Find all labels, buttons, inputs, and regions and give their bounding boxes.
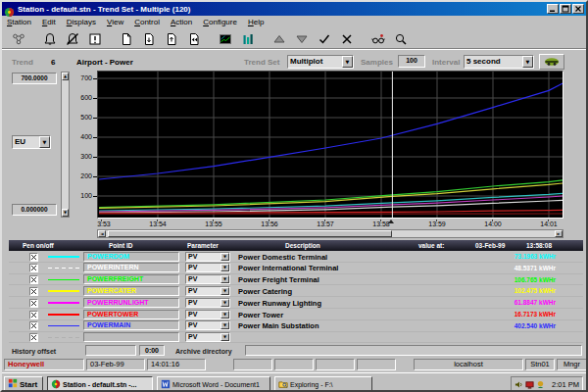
parameter-select[interactable]: PV▼ bbox=[185, 263, 230, 272]
point-id-field[interactable]: POWERDOM bbox=[83, 252, 179, 262]
chart-horizontal-scrollbar[interactable]: ◄ ► bbox=[97, 229, 564, 238]
menu-displays[interactable]: Displays bbox=[67, 18, 96, 28]
parameter-select[interactable]: PV▼ bbox=[185, 274, 230, 284]
header-value-time: 13:58:08 bbox=[526, 242, 552, 249]
bar-chart-button[interactable] bbox=[237, 30, 258, 48]
parameter-select[interactable]: PV▼ bbox=[185, 298, 230, 308]
page-up-button[interactable] bbox=[161, 30, 181, 48]
menu-control[interactable]: Control bbox=[134, 18, 160, 28]
point-id-field[interactable]: POWERRUNLIGHT bbox=[83, 298, 179, 308]
parameter-select[interactable]: PV▼ bbox=[185, 310, 230, 319]
message-button[interactable] bbox=[84, 30, 105, 48]
chevron-down-icon[interactable]: ▼ bbox=[220, 321, 229, 329]
task-button-2[interactable]: Microsoft Word - Document1 bbox=[157, 376, 270, 392]
chevron-down-icon[interactable]: ▼ bbox=[220, 287, 229, 295]
trend-type-button[interactable] bbox=[539, 54, 564, 70]
taskbar: Start Station - default.stn -...Microsof… bbox=[2, 372, 586, 392]
pen-checkbox[interactable] bbox=[29, 264, 38, 272]
page-back-button[interactable] bbox=[183, 30, 204, 48]
page-up-icon bbox=[162, 32, 180, 46]
task-button-3[interactable]: Exploring - F:\ bbox=[274, 376, 372, 392]
interval-label: Interval bbox=[432, 58, 460, 67]
raise-button[interactable] bbox=[269, 30, 289, 48]
x-tick-label: 13:59 bbox=[422, 220, 452, 227]
menu-edit[interactable]: Edit bbox=[42, 18, 56, 28]
scale-max-field[interactable]: 700.0000 bbox=[12, 73, 57, 84]
x-tick-mark bbox=[101, 220, 102, 221]
samples-field[interactable]: 100 bbox=[398, 55, 425, 68]
cursor-marker-icon[interactable] bbox=[388, 220, 394, 223]
chevron-down-icon[interactable]: ▼ bbox=[522, 56, 533, 68]
point-id-field[interactable]: POWERINTERN bbox=[83, 263, 179, 272]
unit-select[interactable]: EU ▼ bbox=[12, 135, 51, 149]
chevron-down-icon[interactable]: ▼ bbox=[220, 311, 229, 318]
close-button[interactable] bbox=[572, 4, 584, 14]
tray-status-icon[interactable] bbox=[525, 375, 534, 392]
archive-directory-field[interactable] bbox=[245, 345, 582, 356]
scroll-down-icon[interactable]: ▼ bbox=[62, 209, 69, 217]
point-id-field[interactable] bbox=[83, 332, 179, 342]
status-access-level: Mngr bbox=[557, 359, 587, 370]
pen-checkbox[interactable] bbox=[29, 287, 38, 296]
pen-checkbox[interactable] bbox=[29, 299, 38, 308]
parameter-select[interactable]: PV▼ bbox=[185, 320, 230, 330]
operator-view-button[interactable] bbox=[368, 30, 388, 48]
cancel-button[interactable] bbox=[336, 30, 357, 48]
point-id-field[interactable]: POWERMAIN bbox=[83, 320, 179, 330]
point-description: Power Domestic Terminal bbox=[238, 253, 327, 262]
chevron-down-icon[interactable]: ▼ bbox=[220, 264, 229, 271]
chevron-down-icon[interactable]: ▼ bbox=[220, 299, 229, 307]
explorer-icon bbox=[278, 379, 288, 390]
scroll-left-icon[interactable]: ◄ bbox=[98, 230, 106, 237]
minimize-button[interactable] bbox=[547, 4, 559, 14]
point-id-field[interactable]: POWERTOWER bbox=[83, 310, 179, 319]
parameter-value: PV bbox=[186, 287, 220, 295]
accept-button[interactable] bbox=[314, 30, 334, 48]
chevron-down-icon[interactable]: ▼ bbox=[220, 333, 229, 341]
alarm-button[interactable] bbox=[39, 30, 60, 48]
menu-action[interactable]: Action bbox=[171, 18, 192, 28]
trend-display-button[interactable] bbox=[215, 30, 235, 48]
tray-agent-icon[interactable] bbox=[536, 375, 545, 392]
pen-checkbox[interactable] bbox=[29, 253, 38, 262]
scale-min-field[interactable]: 0.000000 bbox=[12, 204, 57, 216]
alarm-disable-button[interactable] bbox=[62, 30, 82, 48]
page-blank-button[interactable] bbox=[116, 30, 136, 48]
parameter-select[interactable]: PV▼ bbox=[185, 332, 230, 342]
menu-station[interactable]: Station bbox=[7, 18, 31, 28]
chevron-down-icon[interactable]: ▼ bbox=[220, 253, 229, 261]
chevron-down-icon[interactable]: ▼ bbox=[220, 275, 229, 283]
page-down-button[interactable] bbox=[138, 30, 159, 48]
task-button-1[interactable]: Station - default.stn -... bbox=[47, 376, 153, 392]
parameter-select[interactable]: PV▼ bbox=[185, 252, 230, 262]
pen-checkbox[interactable] bbox=[29, 321, 38, 330]
chevron-down-icon[interactable]: ▼ bbox=[342, 56, 353, 68]
pen-checkbox[interactable] bbox=[29, 311, 38, 319]
trend-set-select[interactable]: Multiplot ▼ bbox=[287, 55, 354, 69]
volume-icon[interactable] bbox=[514, 375, 523, 392]
scrollbar-thumb[interactable] bbox=[108, 230, 392, 237]
scroll-right-icon[interactable]: ► bbox=[555, 230, 563, 237]
pen-checkbox[interactable] bbox=[29, 333, 38, 342]
interval-value: 5 second bbox=[465, 56, 522, 68]
lower-button[interactable] bbox=[291, 30, 312, 48]
y-tick-label: 300 bbox=[63, 153, 92, 160]
interval-select[interactable]: 5 second ▼ bbox=[464, 55, 534, 69]
history-offset-field[interactable] bbox=[85, 345, 136, 356]
chevron-down-icon[interactable]: ▼ bbox=[39, 136, 50, 148]
zoom-button[interactable] bbox=[390, 30, 411, 48]
y-tick-label: 700 bbox=[63, 74, 92, 81]
pen-checkbox[interactable] bbox=[29, 275, 38, 284]
menu-help[interactable]: Help bbox=[248, 18, 264, 28]
point-value: 16.7173 kWHr bbox=[469, 311, 556, 318]
menu-view[interactable]: View bbox=[107, 18, 123, 28]
station-button[interactable] bbox=[8, 30, 28, 48]
trend-plot[interactable] bbox=[97, 71, 564, 219]
point-id-field[interactable]: POWERFREIGHT bbox=[83, 274, 179, 284]
point-id-field[interactable]: POWERCATER bbox=[83, 286, 179, 296]
start-button[interactable]: Start bbox=[4, 376, 43, 392]
menu-configure[interactable]: Configure bbox=[203, 18, 237, 28]
parameter-select[interactable]: PV▼ bbox=[185, 286, 230, 296]
offset-time-field[interactable]: 0:00 bbox=[139, 345, 165, 356]
maximize-button[interactable] bbox=[560, 4, 571, 14]
